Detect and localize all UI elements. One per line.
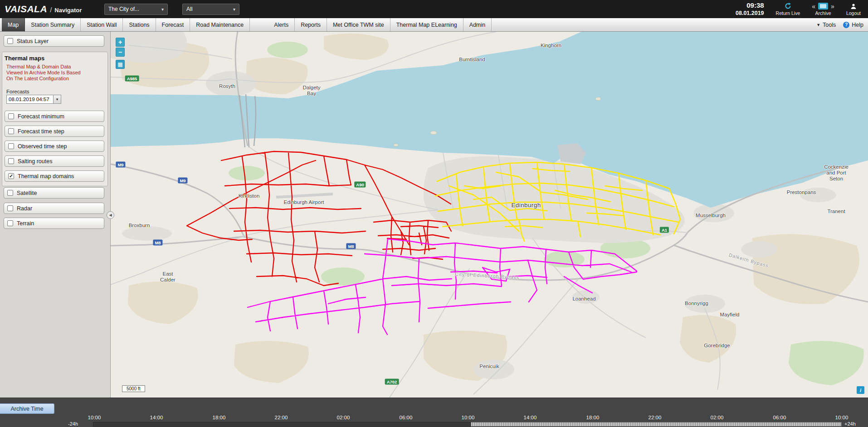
map-viewport[interactable]: Kinghorn Burntisland Rosyth Dalgety Bay … xyxy=(111,32,868,398)
layer-toggle-thermal-map-domains[interactable]: ✓ Thermal map domains xyxy=(5,170,104,182)
layers-sidebar: Status Layer Thermal maps Thermal Map & … xyxy=(0,32,111,398)
logout-button[interactable]: Logout xyxy=(846,3,861,16)
region-select[interactable]: The City of... ▾ xyxy=(104,4,168,15)
tab-station-summary[interactable]: Station Summary xyxy=(25,18,81,31)
layer-label: Forecast time step xyxy=(18,128,64,135)
zoom-out-button[interactable]: − xyxy=(116,48,125,57)
checkbox[interactable] xyxy=(8,158,14,164)
main-area: Status Layer Thermal maps Thermal Map & … xyxy=(0,32,868,398)
thermal-domain-red-network xyxy=(187,151,451,286)
layer-toggle-salting-routes[interactable]: Salting routes xyxy=(5,155,104,167)
vaisala-logo: VAISALA xyxy=(5,4,47,15)
timeline-end-label: +24h xyxy=(844,421,856,427)
layer-label: Satellite xyxy=(17,190,37,196)
tools-menu[interactable]: ▼ Tools xyxy=(816,22,836,28)
map-grid-tool-button[interactable]: ▦ xyxy=(116,60,125,69)
checkbox[interactable] xyxy=(8,128,14,134)
tab-map[interactable]: Map xyxy=(2,18,25,31)
region-select-value: The City of... xyxy=(108,6,139,12)
chevron-down-icon: ▾ xyxy=(56,97,59,102)
timeline-tick: 02:00 xyxy=(711,415,724,420)
layer-label: Observed time step xyxy=(18,143,67,150)
layer-toggle-forecast-minimum[interactable]: Forecast minimum xyxy=(5,111,104,122)
tab-stations[interactable]: Stations xyxy=(123,18,156,31)
tab-forecast[interactable]: Forecast xyxy=(156,18,190,31)
timeline-tick: 10:00 xyxy=(462,415,475,420)
checkbox[interactable] xyxy=(7,220,13,226)
archive-nav: « » xyxy=(812,3,834,10)
archive-prev-button[interactable]: « xyxy=(812,3,815,10)
archive-time-button[interactable]: Archive Time xyxy=(0,403,54,414)
checkbox-checked[interactable]: ✓ xyxy=(8,173,14,179)
tabbar-right: ▼ Tools ? Help xyxy=(816,18,868,31)
timeline-track-future[interactable] xyxy=(471,422,842,427)
forecasts-label: Forecasts xyxy=(6,89,29,94)
timeline-tick: 10:00 xyxy=(88,415,101,420)
filter-select[interactable]: All ▾ xyxy=(182,4,239,15)
timeline-start-label: -24h xyxy=(68,421,78,427)
tab-reports[interactable]: Reports xyxy=(295,18,327,31)
timeline-tick: 14:00 xyxy=(524,415,537,420)
layer-toggle-status-layer[interactable]: Status Layer xyxy=(4,35,104,47)
timeline-track-past[interactable] xyxy=(93,422,471,427)
archive-next-button[interactable]: » xyxy=(831,3,834,10)
chevron-down-icon: ▼ xyxy=(816,23,820,27)
clock-time: 09:38 xyxy=(736,1,764,10)
layer-label: Forecast minimum xyxy=(18,113,64,120)
thermal-maps-title: Thermal maps xyxy=(5,55,44,62)
timeline-tick: 02:00 xyxy=(337,415,350,420)
tab-road-maintenance[interactable]: Road Maintenance xyxy=(190,18,250,31)
forecast-time-value[interactable]: 08.01.2019 04:57 xyxy=(6,95,54,104)
checkbox[interactable] xyxy=(7,205,13,211)
zoom-in-button[interactable]: + xyxy=(116,38,125,47)
checkbox[interactable] xyxy=(8,113,14,119)
clock-date: 08.01.2019 xyxy=(736,10,764,17)
app-title: Navigator xyxy=(54,7,82,14)
chevron-down-icon: ▾ xyxy=(161,7,164,12)
tab-admin[interactable]: Admin xyxy=(463,18,492,31)
timeline-tick: 06:00 xyxy=(773,415,786,420)
tab-group-spacer xyxy=(250,18,268,31)
timeline-tick: 06:00 xyxy=(400,415,413,420)
thermal-domain-magenta-network xyxy=(248,239,637,335)
help-label: Help xyxy=(852,22,863,28)
map-canvas[interactable] xyxy=(111,32,868,398)
layer-toggle-observed-time-step[interactable]: Observed time step xyxy=(5,141,104,152)
return-live-button[interactable]: Return Live xyxy=(776,2,800,16)
forecast-time-picker: 08.01.2019 04:57 ▾ xyxy=(6,95,61,104)
chevron-down-icon: ▾ xyxy=(233,7,235,12)
help-icon: ? xyxy=(843,22,849,28)
vaisala-navigator-app: VAISALA / Navigator The City of... ▾ All… xyxy=(0,0,868,427)
filter-select-value: All xyxy=(186,6,192,12)
layer-toggle-satellite[interactable]: Satellite xyxy=(4,187,104,199)
brand: VAISALA / Navigator xyxy=(5,4,104,15)
layer-toggle-radar[interactable]: Radar xyxy=(4,203,104,214)
help-button[interactable]: ? Help xyxy=(843,22,863,28)
logout-icon xyxy=(850,3,857,10)
forecast-time-dropdown-button[interactable]: ▾ xyxy=(54,95,61,104)
tab-alerts[interactable]: Alerts xyxy=(268,18,295,31)
clock: 09:38 08.01.2019 xyxy=(736,1,764,17)
timeline-tick: 18:00 xyxy=(213,415,226,420)
header-right-cluster: 09:38 08.01.2019 Return Live « » Archive xyxy=(736,1,863,17)
layer-label: Radar xyxy=(17,205,32,212)
tools-label: Tools xyxy=(823,22,836,28)
layer-toggle-terrain[interactable]: Terrain xyxy=(4,218,104,229)
tab-station-wall[interactable]: Station Wall xyxy=(81,18,123,31)
timeline-tick: 18:00 xyxy=(586,415,600,420)
timeline-tick: 22:00 xyxy=(275,415,288,420)
checkbox[interactable] xyxy=(7,190,13,196)
archive-mode-warning: Thermal Map & Domain Data Viewed In Arch… xyxy=(6,64,88,82)
info-button[interactable]: i xyxy=(857,386,864,394)
archive-label: Archive xyxy=(815,10,831,16)
layer-label: Salting routes xyxy=(18,158,52,165)
top-header: VAISALA / Navigator The City of... ▾ All… xyxy=(0,0,868,18)
sidebar-collapse-handle[interactable]: ◀ xyxy=(107,211,114,219)
tab-met-office-twm-site[interactable]: Met Office TWM site xyxy=(327,18,390,31)
layer-label: Terrain xyxy=(17,220,34,227)
archive-icon[interactable] xyxy=(818,3,828,10)
checkbox[interactable] xyxy=(7,38,13,44)
checkbox[interactable] xyxy=(8,143,14,149)
tab-thermal-map-elearning[interactable]: Thermal Map ELearning xyxy=(390,18,463,31)
layer-toggle-forecast-time-step[interactable]: Forecast time step xyxy=(5,126,104,137)
